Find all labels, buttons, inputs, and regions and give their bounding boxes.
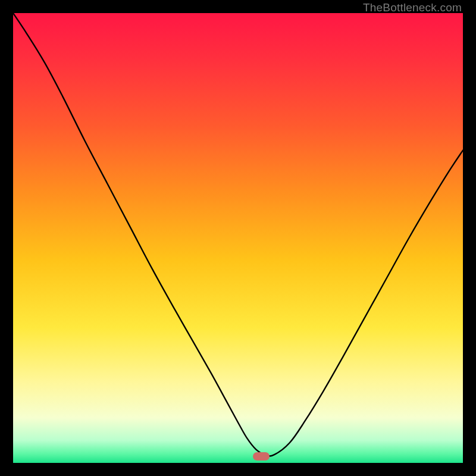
watermark-text: TheBottleneck.com — [363, 1, 462, 14]
chart-frame: TheBottleneck.com — [0, 0, 476, 476]
plot-area — [13, 13, 463, 463]
bottleneck-curve — [13, 13, 463, 463]
minimum-marker — [253, 452, 270, 461]
